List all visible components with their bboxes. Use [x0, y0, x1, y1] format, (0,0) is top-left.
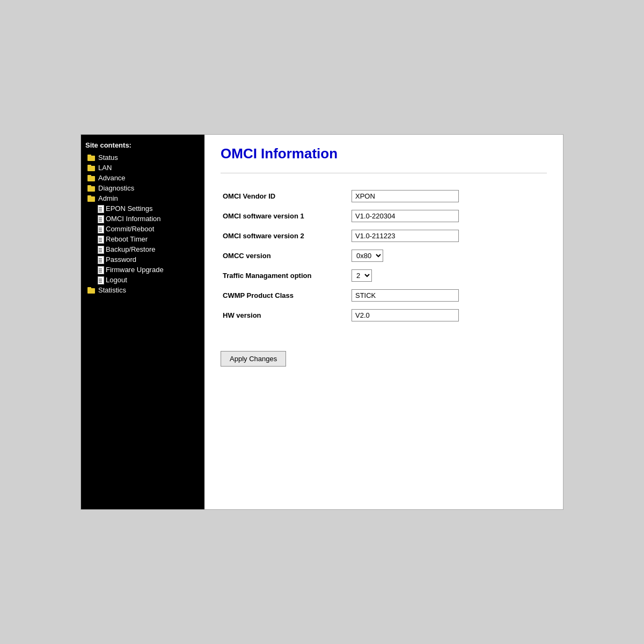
field-label-0: OMCI Vendor ID — [221, 186, 349, 206]
sidebar-item-lan[interactable]: LAN — [85, 163, 200, 173]
field-input-4: 123 — [349, 266, 547, 286]
input-omci-vendor-id[interactable] — [352, 190, 459, 202]
field-label-3: OMCC version — [221, 246, 349, 266]
field-input-0 — [349, 186, 547, 206]
form-row-3: OMCC version0x800x810x82 — [221, 246, 547, 266]
form-row-1: OMCI software version 1 — [221, 206, 547, 226]
form-row-2: OMCI software version 2 — [221, 226, 547, 246]
doc-icon — [97, 276, 104, 284]
apply-changes-button[interactable]: Apply Changes — [221, 351, 286, 367]
folder-icon — [87, 165, 96, 171]
sidebar-item-backup-restore[interactable]: Backup/Restore — [95, 244, 200, 254]
field-label-6: HW version — [221, 305, 349, 325]
select-omcc-version[interactable]: 0x800x810x82 — [352, 250, 383, 262]
field-input-6 — [349, 305, 547, 325]
form-table: OMCI Vendor IDOMCI software version 1OMC… — [221, 186, 547, 325]
doc-icon — [97, 256, 104, 264]
folder-icon — [87, 195, 96, 202]
field-input-3: 0x800x810x82 — [349, 246, 547, 266]
page-title: OMCI Information — [221, 145, 547, 162]
field-label-4: Traffic Managament option — [221, 266, 349, 286]
doc-icon — [97, 225, 104, 233]
doc-icon — [97, 246, 104, 253]
select-traffic-managament-option[interactable]: 123 — [352, 269, 372, 282]
sidebar: Site contents: StatusLANAdvanceDiagnosti… — [81, 135, 204, 509]
sidebar-item-firmware-upgrade[interactable]: Firmware Upgrade — [95, 265, 200, 275]
field-label-1: OMCI software version 1 — [221, 206, 349, 226]
sidebar-admin-children: EPON SettingsOMCI InformationCommit/Rebo… — [85, 203, 200, 285]
field-label-2: OMCI software version 2 — [221, 226, 349, 246]
sidebar-item-omci-information[interactable]: OMCI Information — [95, 214, 200, 224]
sidebar-item-epon-settings[interactable]: EPON Settings — [95, 203, 200, 214]
divider — [221, 173, 547, 173]
input-cwmp-product-class[interactable] — [352, 289, 459, 302]
sidebar-item-commit-reboot[interactable]: Commit/Reboot — [95, 224, 200, 234]
form-row-4: Traffic Managament option123 — [221, 266, 547, 286]
sidebar-item-diagnostics[interactable]: Diagnostics — [85, 183, 200, 193]
sidebar-item-statistics[interactable]: Statistics — [85, 285, 200, 295]
folder-icon — [87, 175, 96, 181]
form-row-5: CWMP Product Class — [221, 286, 547, 305]
sidebar-item-admin[interactable]: Admin — [85, 193, 200, 203]
input-omci-software-version-1[interactable] — [352, 210, 459, 222]
input-hw-version[interactable] — [352, 309, 459, 321]
sidebar-top-items: StatusLANAdvanceDiagnostics — [85, 152, 200, 193]
folder-icon — [87, 287, 96, 294]
sidebar-item-reboot-timer[interactable]: Reboot Timer — [95, 234, 200, 244]
field-input-1 — [349, 206, 547, 226]
sidebar-title: Site contents: — [85, 141, 200, 149]
sidebar-item-status[interactable]: Status — [85, 152, 200, 163]
doc-icon — [97, 215, 104, 223]
sidebar-item-password[interactable]: Password — [95, 254, 200, 265]
sidebar-admin: AdminEPON SettingsOMCI InformationCommit… — [85, 193, 200, 285]
main-window: Site contents: StatusLANAdvanceDiagnosti… — [80, 134, 564, 510]
doc-icon — [97, 236, 104, 243]
field-input-5 — [349, 286, 547, 305]
sidebar-item-advance[interactable]: Advance — [85, 173, 200, 183]
sidebar-item-logout[interactable]: Logout — [95, 275, 200, 285]
apply-button-wrapper: Apply Changes — [221, 338, 547, 367]
folder-icon — [87, 185, 96, 192]
form-row-0: OMCI Vendor ID — [221, 186, 547, 206]
field-input-2 — [349, 226, 547, 246]
folder-icon — [87, 155, 96, 161]
doc-icon — [97, 205, 104, 213]
form-row-6: HW version — [221, 305, 547, 325]
sidebar-bottom-items: Statistics — [85, 285, 200, 295]
doc-icon — [97, 266, 104, 274]
field-label-5: CWMP Product Class — [221, 286, 349, 305]
input-omci-software-version-2[interactable] — [352, 230, 459, 242]
main-content: OMCI Information OMCI Vendor IDOMCI soft… — [204, 135, 563, 509]
